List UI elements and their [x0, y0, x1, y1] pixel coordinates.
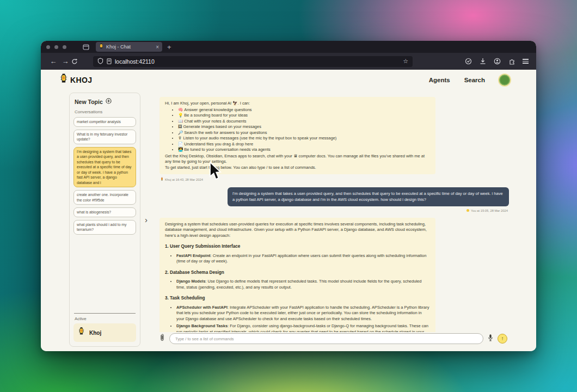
mouse-cursor: [208, 161, 225, 181]
welcome-bullet-list: 🧠Answer general knowledge questions 💡Be …: [165, 107, 430, 153]
bullet-emoji-icon: 🖼: [178, 124, 182, 129]
conversations-label: Conversations: [73, 109, 136, 114]
reload-icon[interactable]: [71, 58, 78, 65]
desktop-wallpaper: Khoj - Chat × + ← → localhost:42110 ☆: [0, 0, 577, 392]
bookmark-star-icon[interactable]: ☆: [403, 58, 408, 65]
welcome-outro-1: Get the Khoj Desktop, Obsidian, Emacs ap…: [165, 154, 430, 165]
extensions-icon[interactable]: [508, 58, 515, 65]
section-bullets: FastAPI Endpoint: Create an endpoint in …: [165, 253, 430, 265]
conversation-item[interactable]: I'm designing a system that takes a user…: [73, 147, 136, 188]
new-topic-label: New Topic: [75, 99, 103, 105]
user-emoji-icon: [466, 209, 469, 212]
attach-paperclip-icon[interactable]: [159, 333, 165, 345]
browser-toolbar-icons: [465, 58, 530, 65]
user-avatar[interactable]: [499, 75, 510, 85]
tab-close-icon[interactable]: ×: [156, 44, 159, 50]
window-close-button[interactable]: [46, 45, 50, 49]
welcome-outro-2: To get started, just start typing below.…: [165, 165, 430, 171]
khoj-app: KHOJ Agents Search New Topic Conversatio…: [41, 70, 536, 351]
browser-navbar: ← → localhost:42110 ☆: [41, 53, 536, 70]
browser-tab[interactable]: Khoj - Chat ×: [96, 42, 162, 52]
conversation-item[interactable]: What is in my february investor update?: [73, 130, 136, 144]
nav-search-link[interactable]: Search: [464, 77, 485, 83]
user-message-row: I'm designing a system that takes a user…: [159, 187, 509, 206]
app-header: KHOJ Agents Search: [41, 70, 536, 90]
response-section: 2. Database Schema Design Django Models:…: [165, 270, 430, 290]
section-bullet: APScheduler with FastAPI: Integrate APSc…: [176, 305, 430, 322]
khoj-lantern-icon: [161, 177, 163, 182]
logo-text: KHOJ: [70, 76, 93, 84]
khoj-logo[interactable]: KHOJ: [59, 73, 93, 87]
response-section: 3. Task Scheduling APScheduler with Fast…: [165, 295, 430, 332]
sidebar-footer: Active Khoj: [73, 310, 136, 342]
conversation-item[interactable]: market competitor analysis: [73, 117, 136, 127]
bullet-emoji-icon: 📄: [178, 142, 183, 146]
bullet-emoji-icon: 📖: [178, 119, 183, 124]
firefox-view-icon[interactable]: [83, 44, 89, 50]
download-icon[interactable]: [480, 58, 486, 65]
nav-agents-link[interactable]: Agents: [429, 77, 450, 83]
shield-badge-icon[interactable]: [465, 58, 472, 65]
section-bullet: Django Models: Use Django to define mode…: [176, 279, 430, 290]
bullet-emoji-icon: 🧠: [178, 107, 183, 112]
section-bullets: Django Models: Use Django to define mode…: [165, 279, 430, 290]
section-bullet: Django Background Tasks: For Django, con…: [176, 323, 430, 332]
response-sections: 1. User Query Submission Interface FastA…: [165, 243, 430, 332]
active-agent-name: Khoj: [89, 330, 101, 336]
tab-title: Khoj - Chat: [106, 44, 153, 50]
conversation-item[interactable]: what plants should i add to my terrarium…: [73, 220, 136, 235]
forward-icon[interactable]: →: [59, 57, 71, 65]
account-icon[interactable]: [494, 58, 501, 65]
back-icon[interactable]: ←: [47, 57, 59, 65]
section-bullets: APScheduler with FastAPI: Integrate APSc…: [165, 305, 430, 332]
window-zoom-button[interactable]: [63, 45, 66, 49]
khoj-lantern-icon: [78, 327, 85, 339]
welcome-bullet: 📖Chat with your notes & documents: [178, 119, 430, 125]
welcome-bullet: 🖼Generate images based on your messages: [178, 124, 430, 130]
sidebar-collapse-chevron-icon[interactable]: ›: [145, 216, 148, 224]
section-heading: 1. User Query Submission Interface: [165, 243, 430, 249]
section-heading: 3. Task Scheduling: [165, 295, 430, 301]
window-minimize-button[interactable]: [54, 45, 58, 49]
conversation-list: market competitor analysis What is in my…: [73, 117, 136, 235]
response-section: 1. User Query Submission Interface FastA…: [165, 243, 430, 264]
khoj-lantern-favicon-icon: [99, 42, 103, 52]
welcome-bullet: 🎙Listen to your audio messages (use the …: [178, 136, 430, 142]
menu-icon[interactable]: [523, 59, 529, 63]
section-bullet: FastAPI Endpoint: Create an endpoint in …: [176, 253, 430, 265]
url-bar[interactable]: localhost:42110 ☆: [93, 56, 413, 67]
new-tab-button[interactable]: +: [167, 43, 171, 51]
conversation-item[interactable]: what is abiogenesis?: [73, 207, 136, 217]
welcome-bullet: 💡Be a sounding board for your ideas: [178, 113, 430, 119]
khoj-welcome-message: Hi, I am Khoj, your open, personal AI 🦅.…: [159, 97, 435, 174]
section-heading: 2. Database Schema Design: [165, 270, 430, 275]
chat-input-bar: ↑: [159, 333, 507, 345]
welcome-intro: Hi, I am Khoj, your open, personal AI 🦅.…: [165, 101, 430, 107]
send-button[interactable]: ↑: [498, 334, 507, 344]
chat-prompt-input[interactable]: [169, 333, 483, 344]
welcome-bullet: 🧑‍💻Be tuned to your conversation needs v…: [178, 147, 430, 153]
khoj-response-message: Designing a system that schedules user-p…: [159, 218, 435, 332]
tracking-shield-icon[interactable]: [97, 57, 103, 66]
user-message-meta: You at 15:05, 28 Mar 2024: [159, 209, 508, 213]
bullet-emoji-icon: 🧑‍💻: [178, 147, 183, 152]
conversation-item[interactable]: create another one. incorporate the colo…: [73, 190, 136, 205]
bullet-emoji-icon: 🎙: [178, 136, 182, 140]
plus-circle-icon: [106, 98, 112, 105]
welcome-bullet: 📄Understand files you drag & drop here: [178, 142, 430, 148]
window-controls[interactable]: [46, 45, 66, 49]
conversation-sidebar: New Topic Conversations market competito…: [69, 93, 140, 347]
page-info-icon[interactable]: [107, 57, 112, 66]
new-topic-button[interactable]: New Topic: [73, 98, 136, 105]
welcome-bullet: 🧠Answer general knowledge questions: [178, 107, 430, 113]
browser-titlebar: Khoj - Chat × +: [41, 41, 536, 53]
browser-window: Khoj - Chat × + ← → localhost:42110 ☆: [41, 41, 536, 351]
khoj-lantern-icon: [59, 73, 68, 87]
url-text[interactable]: localhost:42110: [115, 58, 400, 65]
bullet-emoji-icon: 🔎: [178, 130, 183, 135]
user-message: I'm designing a system that takes a user…: [228, 187, 509, 206]
mic-icon[interactable]: [488, 334, 493, 344]
sidebar-divider: [74, 313, 136, 314]
response-intro: Designing a system that schedules user-p…: [165, 222, 430, 239]
active-agent[interactable]: Khoj: [73, 323, 136, 342]
